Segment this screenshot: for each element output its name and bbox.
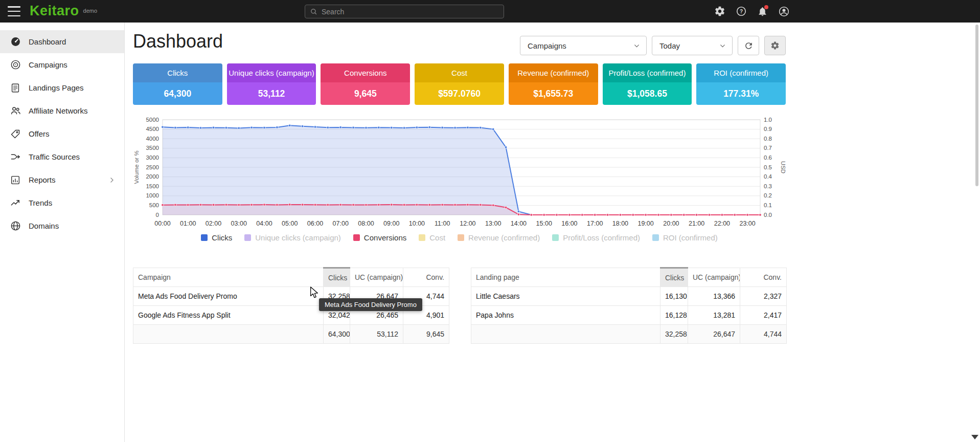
legend-label: Cost [429,233,445,242]
metric-card-clicks[interactable]: Clicks64,300 [133,63,222,105]
metric-label: Clicks [133,63,222,82]
split-icon [9,151,21,163]
svg-text:0: 0 [156,212,159,218]
sidebar-item-label: Trends [29,198,52,207]
search-box [305,5,504,18]
sidebar-item-reports[interactable]: Reports [0,168,124,191]
chart-container: 00.05000.110000.215000.320000.425000.530… [133,116,786,232]
row-value: 13,281 [688,306,740,325]
column-header-uc-campaign[interactable]: UC (campaign) [688,268,740,287]
legend-item-clicks[interactable]: Clicks [201,233,232,242]
topbar: Keitaro demo ? [0,0,980,23]
scrollbar-thumb[interactable] [975,25,978,186]
svg-text:07:00: 07:00 [333,220,349,227]
svg-text:1500: 1500 [146,183,159,189]
logo[interactable]: Keitaro [30,3,79,19]
svg-text:03:00: 03:00 [231,220,247,227]
svg-text:12:00: 12:00 [460,220,475,227]
legend-item-roi-confirmed[interactable]: ROI (confirmed) [652,233,718,242]
legend-item-unique-clicks-campaign[interactable]: Unique clicks (campaign) [244,233,341,242]
sidebar-item-affiliate-networks[interactable]: Affiliate Networks [0,99,124,122]
column-header-clicks[interactable]: Clicks [660,268,688,287]
sidebar-item-label: Campaigns [29,60,67,69]
svg-text:3000: 3000 [146,154,159,161]
gear-icon [770,41,780,50]
legend-item-conversions[interactable]: Conversions [353,233,406,242]
metric-value: 53,112 [227,82,316,105]
table-row[interactable]: Papa Johns16,12813,2812,417 [471,306,787,325]
logo-container: Keitaro demo [30,3,97,19]
metric-label: Profit/Loss (confirmed) [603,63,692,82]
legend-swatch [458,234,464,241]
svg-text:0.8: 0.8 [764,136,772,142]
refresh-button[interactable] [738,36,759,55]
svg-text:Volume or %: Volume or % [133,150,140,184]
column-header-landing-page[interactable]: Landing page [471,268,660,287]
sidebar-item-label: Offers [29,129,50,138]
sidebar-item-domains[interactable]: Domains [0,214,124,237]
metric-card-unique-clicks[interactable]: Unique clicks (campaign)53,112 [227,63,316,105]
legend-label: ROI (confirmed) [663,233,718,242]
sidebar-item-landings-pages[interactable]: Landings Pages [0,76,124,99]
svg-text:0.5: 0.5 [764,164,772,170]
sidebar-item-label: Domains [29,222,59,230]
svg-text:14:00: 14:00 [511,220,527,227]
total-value: 26,647 [688,325,740,344]
column-header-conv[interactable]: Conv. [403,268,449,287]
column-header-uc-campaign[interactable]: UC (campaign) [350,268,403,287]
sidebar-item-dashboard[interactable]: Dashboard [0,30,124,53]
search-input[interactable] [322,8,499,16]
sidebar-item-label: Affiliate Networks [29,106,88,115]
metric-card-cost[interactable]: Cost$597.0760 [415,63,504,105]
account-icon[interactable] [778,6,790,17]
legend-label: Conversions [364,233,406,242]
metric-label: Cost [415,63,504,82]
table-row[interactable]: Little Caesars16,13013,3662,327 [471,287,787,306]
svg-text:?: ? [739,9,742,14]
legend-item-profit-loss-confirmed[interactable]: Profit/Loss (confirmed) [552,233,640,242]
row-value: 16,128 [660,306,688,325]
traffic-timeseries-chart[interactable]: 00.05000.110000.215000.320000.425000.530… [133,116,786,230]
metric-card-revenue[interactable]: Revenue (confirmed)$1,655.73 [509,63,598,105]
metric-card-roi[interactable]: ROI (confirmed)177.31% [696,63,786,105]
summary-tables: CampaignClicksUC (campaign)Conv.Meta Ads… [133,267,786,344]
svg-text:21:00: 21:00 [689,220,704,227]
column-header-conv[interactable]: Conv. [740,268,787,287]
page-icon [9,82,21,94]
sidebar: DashboardCampaignsLandings PagesAffiliat… [0,23,125,442]
row-tooltip: Meta Ads Food Delivery Promo [319,298,422,311]
sidebar-item-label: Reports [29,175,56,184]
metric-label: ROI (confirmed) [696,63,786,82]
column-header-clicks[interactable]: Clicks [324,268,350,287]
sidebar-item-trends[interactable]: Trends [0,191,124,214]
settings-icon[interactable] [714,6,725,17]
metric-value: $1,058.65 [603,82,692,105]
legend-item-cost[interactable]: Cost [419,233,445,242]
legend-item-revenue-confirmed[interactable]: Revenue (confirmed) [458,233,540,242]
mouse-cursor [309,286,320,301]
landings-table-wrap: Landing pageClicksUC (campaign)Conv.Litt… [471,267,787,344]
notifications-icon[interactable] [757,6,768,17]
sidebar-item-offers[interactable]: Offers [0,122,124,145]
dashboard-settings-button[interactable] [764,36,786,55]
svg-text:4500: 4500 [146,126,159,132]
row-value: 16,130 [660,287,688,306]
svg-text:16:00: 16:00 [561,220,577,227]
svg-text:4000: 4000 [146,136,159,142]
grouping-select[interactable]: Campaigns [520,36,647,55]
metric-value: $597.0760 [415,82,504,105]
chevron-down-icon [719,42,726,49]
help-icon[interactable]: ? [735,6,747,17]
svg-text:01:00: 01:00 [180,220,196,227]
date-range-select[interactable]: Today [652,36,733,55]
svg-text:500: 500 [149,202,159,208]
sidebar-item-campaigns[interactable]: Campaigns [0,53,124,76]
metric-card-profit-loss[interactable]: Profit/Loss (confirmed)$1,058.65 [603,63,692,105]
svg-text:2500: 2500 [146,164,159,170]
menu-icon[interactable] [8,6,20,16]
sidebar-item-traffic-sources[interactable]: Traffic Sources [0,145,124,168]
column-header-campaign[interactable]: Campaign [133,268,324,287]
metric-card-conversions[interactable]: Conversions9,645 [321,63,410,105]
scrollbar-down-arrow[interactable] [971,435,978,439]
svg-text:0.4: 0.4 [764,173,772,180]
